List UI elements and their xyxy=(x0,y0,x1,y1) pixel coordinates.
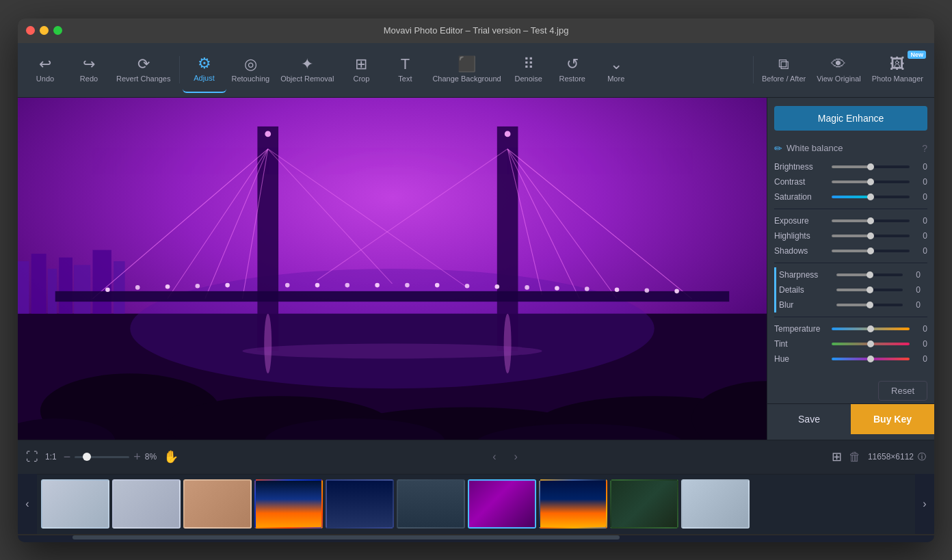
zoom-out-icon[interactable]: − xyxy=(64,450,71,464)
svg-point-39 xyxy=(585,286,590,291)
svg-rect-9 xyxy=(114,261,124,314)
brightness-label: Brightness xyxy=(774,162,828,172)
tint-row: Tint 0 xyxy=(767,336,934,351)
svg-rect-4 xyxy=(31,254,47,314)
crop-button[interactable]: ⊞ Crop xyxy=(339,46,383,93)
svg-point-24 xyxy=(105,287,110,292)
text-button[interactable]: T Text xyxy=(383,46,427,93)
details-slider[interactable] xyxy=(836,289,903,291)
buy-key-button[interactable]: Buy Key xyxy=(851,403,934,434)
svg-point-36 xyxy=(495,284,500,289)
restore-button[interactable]: ↺ Restore xyxy=(551,46,594,93)
app-window: Movavi Photo Editor – Trial version – Te… xyxy=(18,18,934,542)
divider-1 xyxy=(774,209,927,209)
photo-grid-icon[interactable]: ⊞ xyxy=(832,449,842,464)
redo-button[interactable]: ↪ Redo xyxy=(67,46,111,93)
retouching-button[interactable]: ◎ Retouching xyxy=(226,46,276,93)
filmstrip-thumb-10[interactable] xyxy=(681,479,750,529)
temperature-value: 0 xyxy=(914,324,927,334)
filmstrip-thumb-1[interactable] xyxy=(41,479,109,529)
filmstrip-thumb-4[interactable] xyxy=(254,479,323,529)
adjust-icon: ⚙ xyxy=(198,56,211,71)
save-button[interactable]: Save xyxy=(767,403,851,434)
svg-point-28 xyxy=(225,282,230,287)
hue-slider[interactable] xyxy=(832,358,910,360)
filmstrip-next-button[interactable]: › xyxy=(915,474,934,534)
filmstrip-thumb-8[interactable] xyxy=(539,479,607,529)
view-original-button[interactable]: 👁 View Original xyxy=(811,46,867,93)
shadows-value: 0 xyxy=(914,246,927,256)
image-info: 11658×6112 ⓘ xyxy=(868,451,926,463)
brightness-value: 0 xyxy=(914,162,927,172)
object-removal-button[interactable]: ✦ Object Removal xyxy=(275,46,339,93)
adjust-button[interactable]: ⚙ Adjust xyxy=(183,46,226,93)
zoom-100-label[interactable]: 1:1 xyxy=(45,452,57,462)
highlights-slider[interactable] xyxy=(832,235,910,237)
highlights-value: 0 xyxy=(914,231,927,241)
reset-button[interactable]: Reset xyxy=(878,381,927,401)
revert-button[interactable]: ⟳ Revert Changes xyxy=(111,46,176,93)
filmstrip-thumb-7[interactable] xyxy=(468,479,536,529)
zoom-control: − + 8% xyxy=(64,450,157,464)
shadows-slider[interactable] xyxy=(832,250,910,252)
zoom-thumb[interactable] xyxy=(83,453,91,461)
fullscreen-icon[interactable]: ⛶ xyxy=(26,450,38,464)
text-label: Text xyxy=(398,75,412,83)
filmstrip-thumb-9[interactable] xyxy=(610,479,678,529)
zoom-slider[interactable] xyxy=(75,456,129,458)
before-after-button[interactable]: ⧉ Before / After xyxy=(756,46,811,93)
delete-icon[interactable]: 🗑 xyxy=(849,450,861,464)
svg-point-45 xyxy=(264,313,272,373)
more-button[interactable]: ⌄ More xyxy=(594,46,638,93)
undo-label: Undo xyxy=(36,75,54,83)
svg-point-27 xyxy=(196,283,200,288)
details-value: 0 xyxy=(907,285,921,295)
tint-slider[interactable] xyxy=(832,343,910,345)
magic-enhance-button[interactable]: Magic Enhance xyxy=(774,106,927,131)
sharpness-slider[interactable] xyxy=(836,274,903,276)
filmstrip-thumb-6[interactable] xyxy=(397,479,465,529)
scrollbar-thumb[interactable] xyxy=(72,535,620,539)
details-row: Details 0 xyxy=(779,282,927,297)
undo-button[interactable]: ↩ Undo xyxy=(23,46,67,93)
blur-value: 0 xyxy=(907,300,921,310)
filmstrip-container: ‹ xyxy=(18,474,934,534)
help-icon[interactable]: ? xyxy=(922,143,927,154)
minimize-button[interactable] xyxy=(40,26,49,35)
main-area: Magic Enhance ✏ White balance ? Brightne… xyxy=(18,98,934,440)
denoise-button[interactable]: ⠿ Denoise xyxy=(507,46,551,93)
svg-point-33 xyxy=(405,282,410,287)
next-image-button[interactable]: › xyxy=(509,448,523,466)
temperature-slider[interactable] xyxy=(832,328,910,330)
exposure-value: 0 xyxy=(914,216,927,226)
blur-slider[interactable] xyxy=(836,304,903,306)
photo-manager-icon: 🖼 xyxy=(890,57,905,72)
svg-rect-3 xyxy=(18,261,29,314)
svg-point-32 xyxy=(375,282,380,287)
svg-rect-6 xyxy=(59,257,72,313)
filmstrip xyxy=(37,474,915,534)
photo-manager-button[interactable]: New 🖼 Photo Manager xyxy=(867,46,929,93)
contrast-slider[interactable] xyxy=(832,181,910,183)
zoom-level: 8% xyxy=(145,452,157,462)
details-label: Details xyxy=(779,285,832,295)
sharpness-row: Sharpness 0 xyxy=(779,267,927,282)
horizontal-scrollbar[interactable] xyxy=(18,535,934,542)
filmstrip-thumb-2[interactable] xyxy=(112,479,181,529)
zoom-in-icon[interactable]: + xyxy=(133,450,141,464)
saturation-slider[interactable] xyxy=(832,196,910,198)
canvas-area[interactable] xyxy=(18,98,767,440)
info-icon[interactable]: ⓘ xyxy=(918,451,926,463)
filmstrip-thumb-5[interactable] xyxy=(326,479,394,529)
filmstrip-thumb-3[interactable] xyxy=(183,479,252,529)
maximize-button[interactable] xyxy=(53,26,62,35)
svg-point-26 xyxy=(166,284,170,289)
pan-icon[interactable]: ✋ xyxy=(163,449,178,464)
prev-image-button[interactable]: ‹ xyxy=(487,448,501,466)
change-bg-button[interactable]: ⬛ Change Background xyxy=(427,46,506,93)
exposure-slider[interactable] xyxy=(832,219,910,222)
blur-label: Blur xyxy=(779,300,832,310)
filmstrip-prev-button[interactable]: ‹ xyxy=(18,474,37,534)
brightness-slider[interactable] xyxy=(832,165,910,168)
close-button[interactable] xyxy=(26,26,35,35)
